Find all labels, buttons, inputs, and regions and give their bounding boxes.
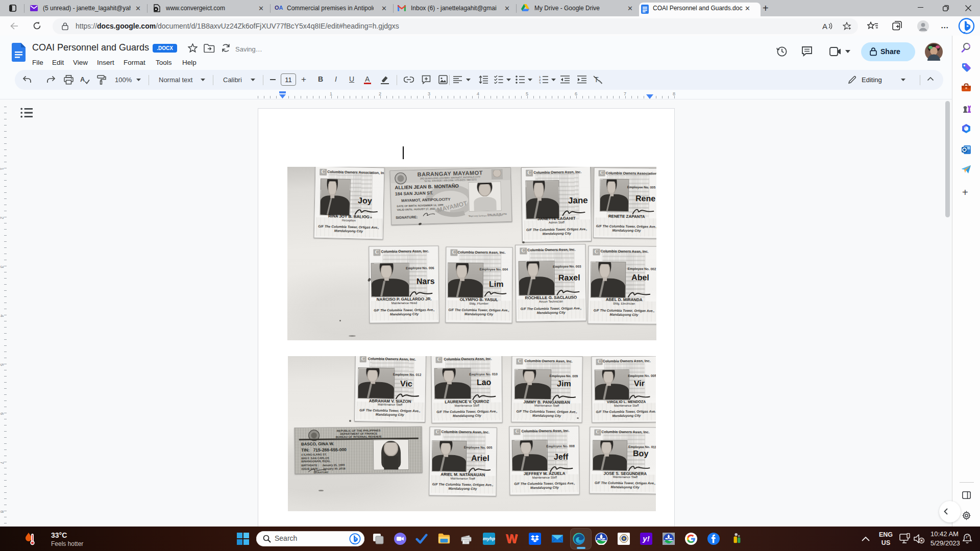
svg-text:A: A xyxy=(822,22,827,31)
svg-text:A: A xyxy=(80,76,85,83)
svg-text:3: 3 xyxy=(539,82,541,84)
